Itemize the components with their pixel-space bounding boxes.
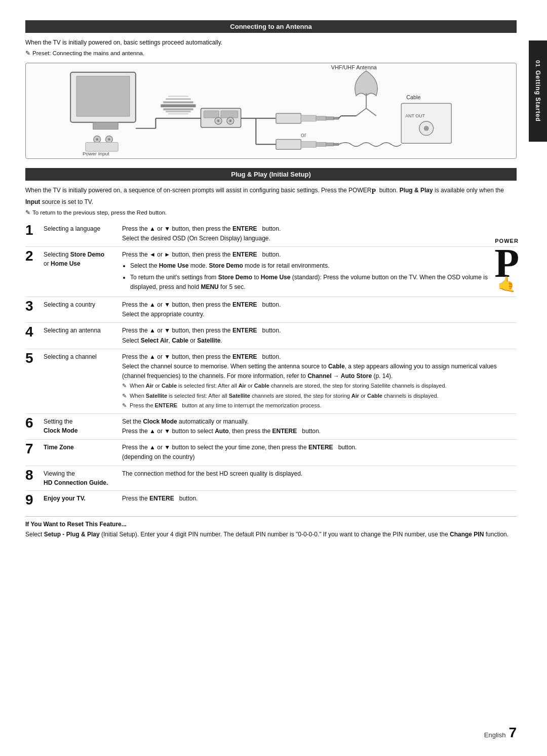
step-4-row: 4 Selecting an antenna Press the ▲ or ▼ … (25, 324, 517, 345)
step-5-note3: Press the ENTERE button at any time to i… (122, 402, 322, 408)
section2-intro: When the TV is initially powered on, a s… (25, 186, 517, 206)
svg-rect-17 (163, 108, 193, 110)
section1-header: Connecting to an Antenna (25, 20, 517, 33)
step-3-title: Selecting a country (44, 298, 122, 309)
svg-rect-18 (166, 99, 190, 100)
section1-note: Preset: Connecting the mains and antenna… (25, 49, 517, 58)
svg-text:ANT OUT: ANT OUT (405, 113, 425, 118)
svg-rect-0 (70, 72, 136, 122)
svg-point-3 (94, 136, 101, 143)
svg-text:VHF/UHF Antenna: VHF/UHF Antenna (331, 64, 377, 70)
reset-section: If You Want to Reset This Feature... Sel… (25, 516, 517, 539)
svg-point-14 (229, 120, 231, 122)
svg-point-45 (419, 121, 434, 136)
antenna-diagram: or VHF/UHF Antenna Power Input Cable A (25, 63, 517, 159)
svg-point-4 (96, 138, 98, 141)
step-2-row: 2 Selecting Store Demoor Home Use Press … (25, 248, 517, 293)
step-6-number: 6 (25, 415, 41, 430)
svg-rect-33 (301, 142, 316, 148)
step-1-desc: Press the ▲ or ▼ button, then press the … (122, 222, 517, 243)
footer-lang: English (484, 731, 506, 739)
section2: Plug & Play (Initial Setup) When the TV … (25, 168, 517, 539)
svg-rect-20 (168, 96, 188, 97)
step-9-number: 9 (25, 492, 41, 507)
svg-line-43 (339, 116, 341, 118)
step-3-row: 3 Selecting a country Press the ▲ or ▼ b… (25, 298, 517, 319)
svg-rect-1 (76, 76, 130, 116)
step-6-desc: Set the Clock Mode automatically or manu… (122, 415, 517, 436)
svg-line-41 (366, 108, 376, 116)
step-5-number: 5 (25, 350, 41, 365)
step-1-number: 1 (25, 222, 41, 237)
footer-page: 7 (509, 725, 517, 741)
svg-point-46 (424, 126, 429, 131)
svg-rect-44 (401, 103, 451, 143)
step-2-title: Selecting Store Demoor Home Use (44, 248, 122, 268)
step-9-title: Enjoy your TV. (44, 492, 122, 503)
svg-rect-19 (166, 111, 190, 112)
side-tab: 01 Getting Started (529, 40, 547, 142)
svg-rect-32 (276, 140, 301, 150)
step-7-row: 7 Time Zone Press the ▲ or ▼ button to s… (25, 441, 517, 462)
step-1-row: 1 Selecting a language Press the ▲ or ▼ … (25, 222, 517, 243)
step-2-number: 2 (25, 248, 41, 263)
reset-title: If You Want to Reset This Feature... (25, 521, 517, 528)
step-4-title: Selecting an antenna (44, 324, 122, 335)
step-5-note1: When Air or Cable is selected first: Aft… (122, 383, 447, 389)
section1-title: Connecting to an Antenna (230, 23, 311, 30)
svg-rect-8 (201, 108, 241, 128)
step-2-desc: Press the ◄ or ► button, then press the … (122, 248, 517, 293)
step-3-number: 3 (25, 298, 41, 313)
step-9-row: 9 Enjoy your TV. Press the ENTERE button… (25, 492, 517, 507)
svg-rect-34 (316, 143, 326, 147)
step-8-row: 8 Viewing theHD Connection Guide. The co… (25, 467, 517, 487)
step-3-desc: Press the ▲ or ▼ button, then press the … (122, 298, 517, 319)
section1-intro: When the TV is initially powered on, bas… (25, 38, 517, 47)
step-7-number: 7 (25, 441, 41, 456)
step-8-title: Viewing theHD Connection Guide. (44, 467, 122, 487)
svg-point-5 (105, 136, 112, 143)
step-4-desc: Press the ▲ or ▼ button, then press the … (122, 324, 517, 345)
svg-rect-15 (161, 104, 196, 107)
svg-text:or: or (301, 132, 306, 139)
svg-rect-28 (316, 116, 326, 120)
svg-rect-35 (326, 143, 334, 146)
svg-text:Power Input: Power Input (83, 151, 109, 156)
step-7-title: Time Zone (44, 441, 122, 452)
step-6-title: Setting theClock Mode (44, 415, 122, 435)
svg-point-11 (215, 117, 222, 124)
step-4-number: 4 (25, 324, 41, 339)
svg-point-12 (217, 120, 220, 122)
step-1-title: Selecting a language (44, 222, 122, 233)
svg-rect-9 (204, 111, 219, 118)
svg-rect-2 (93, 122, 118, 130)
svg-rect-36 (334, 144, 339, 146)
step-8-desc: The connection method for the best HD sc… (122, 467, 517, 479)
svg-rect-16 (163, 101, 193, 103)
step-8-number: 8 (25, 467, 41, 482)
side-tab-label: Getting Started (534, 70, 541, 122)
footer: English 7 (484, 725, 517, 741)
section2-title: Plug & Play (Initial Setup) (231, 171, 310, 178)
svg-rect-27 (301, 115, 316, 121)
svg-line-40 (356, 108, 366, 116)
section2-header: Plug & Play (Initial Setup) (25, 168, 517, 181)
step-9-desc: Press the ENTERE button. (122, 492, 517, 503)
svg-rect-10 (221, 111, 238, 118)
steps-container: 1 Selecting a language Press the ▲ or ▼ … (25, 222, 517, 507)
step-5-title: Selecting a channel (44, 350, 122, 361)
svg-rect-30 (334, 117, 339, 119)
section2-note: To return to the previous step, press th… (25, 208, 517, 217)
svg-rect-7 (86, 143, 118, 152)
svg-rect-21 (168, 113, 188, 114)
side-tab-number: 01 (535, 60, 541, 67)
svg-rect-26 (276, 113, 301, 123)
svg-point-13 (227, 117, 234, 124)
step-5-note2: When Satellite is selected first: After … (122, 393, 439, 399)
reset-text: Select Setup - Plug & Play (Initial Setu… (25, 530, 517, 539)
svg-text:Cable: Cable (406, 94, 420, 100)
svg-point-6 (108, 138, 110, 141)
step-5-desc: Press the ▲ or ▼ button, then press the … (122, 350, 517, 410)
step-6-row: 6 Setting theClock Mode Set the Clock Mo… (25, 415, 517, 436)
svg-rect-29 (326, 117, 334, 120)
